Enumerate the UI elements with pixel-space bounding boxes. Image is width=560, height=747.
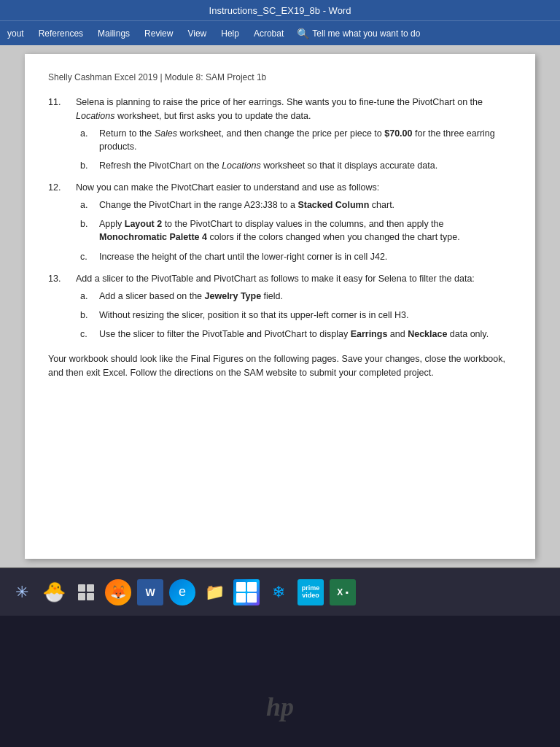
list-item-11: 11. Selena is planning to raise the pric… [48,96,512,172]
item-11-sublist: a. Return to the Sales worksheet, and th… [48,127,512,172]
item-11-header: 11. Selena is planning to raise the pric… [48,96,512,122]
item-12c-text: Increase the height of the chart until t… [99,250,387,263]
tell-me-box[interactable]: 🔍 Tell me what you want to do [297,28,420,39]
menu-acrobat[interactable]: Acrobat [246,26,291,42]
list-item-13: 13. Add a slicer to the PivotTable and P… [48,272,512,341]
item-13a-label: a. [80,290,92,303]
title-text: Instructions_SC_EX19_8b - Word [209,5,351,16]
title-bar-section: Instructions_SC_EX19_8b - Word yout Refe… [0,0,560,45]
tell-me-text: Tell me what you want to do [312,28,420,39]
menu-review[interactable]: Review [137,26,180,42]
hp-section: hp [0,616,560,747]
screen: Instructions_SC_EX19_8b - Word yout Refe… [0,0,560,747]
item-11b-text: Refresh the PivotChart on the Locations … [99,159,438,172]
menu-layout[interactable]: yout [0,26,31,42]
folder-icon[interactable]: 📁 [200,578,229,607]
item-12c: c. Increase the height of the chart unti… [80,250,512,263]
list-item-12: 12. Now you can make the PivotChart easi… [48,181,512,263]
content-area: Shelly Cashman Excel 2019 | Module 8: SA… [0,45,560,568]
item-12-header: 12. Now you can make the PivotChart easi… [48,181,512,194]
title-bar: Instructions_SC_EX19_8b - Word [0,0,560,20]
item-13c-text: Use the slicer to filter the PivotTable … [99,328,489,341]
menu-view[interactable]: View [180,26,214,42]
item-13c-label: c. [80,328,92,341]
footer-text: Your workbook should look like the Final… [48,352,512,380]
word-taskbar-icon[interactable]: W [136,578,165,607]
document-title: Shelly Cashman Excel 2019 | Module 8: SA… [48,71,512,84]
item-12-num: 12. [48,181,70,194]
menu-references[interactable]: References [31,26,90,42]
item-13a-text: Add a slicer based on the Jewelry Type f… [99,290,283,303]
firefox-icon[interactable]: 🦊 [104,578,133,607]
excel-taskbar-icon[interactable]: X ▪ [328,578,357,607]
menu-bar: yout References Mailings Review View Hel… [0,20,560,45]
item-12c-label: c. [80,250,92,263]
item-13-num: 13. [48,272,70,285]
menu-help[interactable]: Help [214,26,246,42]
item-11a: a. Return to the Sales worksheet, and th… [80,127,512,153]
item-12b: b. Apply Layout 2 to the PivotChart to d… [80,217,512,244]
menu-mailings[interactable]: Mailings [90,26,137,42]
item-12a: a. Change the PivotChart in the range A2… [80,198,512,212]
taskbar: ✳ 🐣 🦊 W [0,568,560,616]
search-icon: 🔍 [297,28,309,39]
item-12b-label: b. [80,217,92,244]
item-11b: b. Refresh the PivotChart on the Locatio… [80,159,512,172]
item-12-sublist: a. Change the PivotChart in the range A2… [48,198,512,263]
item-12-text: Now you can make the PivotChart easier t… [76,181,379,194]
item-11a-text: Return to the Sales worksheet, and then … [99,127,512,153]
item-13-text: Add a slicer to the PivotTable and Pivot… [76,272,475,285]
atom-icon[interactable]: ✳ [7,578,36,607]
edge-icon[interactable]: e [168,578,197,607]
item-13-header: 13. Add a slicer to the PivotTable and P… [48,272,512,285]
item-11-num: 11. [48,96,70,122]
item-11-text: Selena is planning to raise the price of… [76,96,512,122]
prime-video-icon[interactable]: prime video [296,578,325,607]
item-13a: a. Add a slicer based on the Jewelry Typ… [80,290,512,303]
document: Shelly Cashman Excel 2019 | Module 8: SA… [25,54,535,559]
item-11b-label: b. [80,159,92,172]
minion-icon[interactable]: 🐣 [39,578,69,607]
item-13b: b. Without resizing the slicer, position… [80,309,512,322]
snowflake-icon[interactable]: ❄ [264,578,293,607]
item-13b-label: b. [80,309,92,322]
windows-icon[interactable] [71,578,101,607]
item-11a-label: a. [80,127,92,153]
item-12a-label: a. [80,198,92,212]
bottom-section: ✳ 🐣 🦊 W [0,568,560,747]
main-list: 11. Selena is planning to raise the pric… [48,96,512,341]
item-13c: c. Use the slicer to filter the PivotTab… [80,328,512,341]
store-icon[interactable] [232,578,261,607]
item-13b-text: Without resizing the slicer, position it… [99,309,409,322]
item-13-sublist: a. Add a slicer based on the Jewelry Typ… [48,290,512,341]
hp-logo: hp [266,692,294,722]
item-12b-text: Apply Layout 2 to the PivotChart to disp… [99,217,512,244]
item-12a-text: Change the PivotChart in the range A23:J… [99,198,394,212]
